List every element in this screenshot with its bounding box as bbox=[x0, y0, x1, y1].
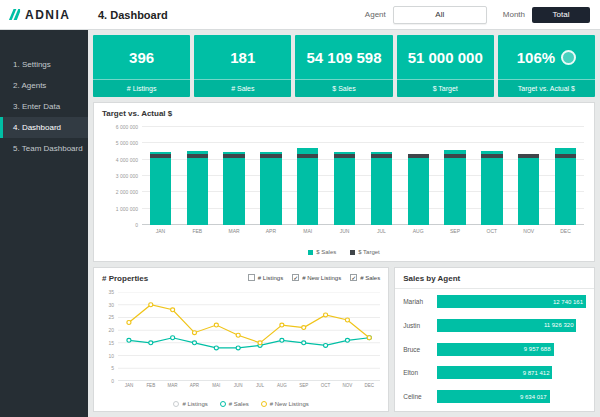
legend-item: # Listings bbox=[173, 401, 207, 407]
sales-bar bbox=[481, 151, 502, 225]
properties-xlabels: JANFEBMARAPRMAIJUNJULAUGSEPOCTNOVDEC bbox=[118, 383, 380, 391]
target-marker bbox=[444, 154, 465, 158]
y-tick-label: 20 bbox=[108, 327, 114, 333]
target-xlabels: JANFEBMARAPRMAIJUNJULAUGSEPOCTNOVDEC bbox=[142, 228, 584, 237]
sidebar-item-settings[interactable]: 1. Settings bbox=[0, 54, 88, 75]
x-tick-label: AUG bbox=[400, 228, 437, 237]
bar-column bbox=[437, 127, 474, 225]
legend-item: # New Listings bbox=[261, 401, 309, 407]
y-tick-label: 0 bbox=[111, 378, 114, 384]
y-tick-label: 35 bbox=[108, 289, 114, 295]
divider bbox=[395, 288, 594, 289]
kpi-card-target-vs-actual: 106% Target vs. Actual $ bbox=[498, 35, 595, 97]
agent-sales-value: 9 634 017 bbox=[520, 394, 547, 400]
x-tick-label: DEC bbox=[358, 383, 380, 391]
sales-bar bbox=[555, 148, 576, 225]
kpi-value: 396 bbox=[93, 35, 190, 79]
kpi-value: 51 000 000 bbox=[397, 35, 494, 79]
sales-bar bbox=[518, 154, 539, 225]
checkbox-label: # Listings bbox=[258, 275, 283, 281]
properties-checkboxes: # Listings✓# New Listings✓# Sales bbox=[248, 274, 380, 281]
bottom-row: # Properties # Listings✓# New Listings✓#… bbox=[93, 267, 595, 412]
kpi-row: 396 # Listings 181 # Sales 54 109 598 $ … bbox=[93, 35, 595, 97]
content-area: 396 # Listings 181 # Sales 54 109 598 $ … bbox=[88, 30, 600, 417]
y-tick-label: 10 bbox=[108, 353, 114, 359]
bar-column bbox=[510, 127, 547, 225]
series-checkbox[interactable]: ✓# New Listings bbox=[292, 274, 341, 281]
y-tick-label: 3 000 000 bbox=[116, 173, 138, 179]
sidebar-item-enter-data[interactable]: 3. Enter Data bbox=[0, 96, 88, 117]
agent-row: Celine9 634 017 bbox=[403, 390, 586, 403]
target-legend: $ Sales$ Target bbox=[94, 249, 594, 255]
agent-row: Mariah12 740 161 bbox=[403, 295, 586, 308]
kpi-card-listings: 396 # Listings bbox=[93, 35, 190, 97]
agent-rows: Mariah12 740 161Justin11 926 320Bruce9 9… bbox=[403, 295, 586, 403]
app-window: ADNIA 4. Dashboard Agent All Month Total… bbox=[0, 0, 600, 417]
agent-bar-area: 9 634 017 bbox=[437, 390, 586, 403]
agent-sales-bar: 9 871 412 bbox=[437, 366, 552, 379]
sales-bar bbox=[150, 152, 171, 225]
month-select[interactable]: Total bbox=[532, 7, 590, 23]
sales-bar bbox=[444, 150, 465, 225]
y-tick-label: 2 000 000 bbox=[116, 189, 138, 195]
agent-select[interactable]: All bbox=[393, 6, 487, 24]
checkbox-icon bbox=[248, 274, 255, 281]
sales-bar bbox=[297, 148, 318, 225]
legend-label: $ Target bbox=[358, 249, 380, 255]
x-tick-label: JAN bbox=[118, 383, 140, 391]
target-marker bbox=[334, 154, 355, 158]
kpi-card-sales-amount: 54 109 598 $ Sales bbox=[295, 35, 392, 97]
sidebar-item-dashboard[interactable]: 4. Dashboard bbox=[0, 117, 88, 138]
target-marker bbox=[150, 154, 171, 158]
agent-name: Mariah bbox=[403, 298, 437, 305]
x-tick-label: NOV bbox=[510, 228, 547, 237]
agent-bar-area: 12 740 161 bbox=[437, 295, 586, 308]
chart-title: Sales by Agent bbox=[403, 274, 460, 283]
x-tick-label: MAR bbox=[162, 383, 184, 391]
sidebar-item-agents[interactable]: 2. Agents bbox=[0, 75, 88, 96]
bar-column bbox=[363, 127, 400, 225]
bar-column bbox=[473, 127, 510, 225]
x-tick-label: JAN bbox=[142, 228, 179, 237]
sales-bar bbox=[223, 152, 244, 226]
kpi-value: 106% bbox=[498, 35, 595, 79]
bar-column bbox=[179, 127, 216, 225]
legend-item: # Sales bbox=[220, 401, 249, 407]
x-tick-label: FEB bbox=[179, 228, 216, 237]
properties-legend: # Listings# Sales# New Listings bbox=[94, 401, 388, 407]
adnia-logo-icon bbox=[8, 8, 21, 21]
agent-name: Bruce bbox=[403, 346, 437, 353]
bar-column bbox=[216, 127, 253, 225]
properties-ylabels: 05101520253035 bbox=[98, 292, 114, 381]
chart-title: Target vs. Actual $ bbox=[102, 109, 172, 118]
legend-swatch bbox=[308, 250, 313, 255]
sidebar-item-team-dashboard[interactable]: 5. Team Dashboard bbox=[0, 138, 88, 159]
agent-sales-bar: 9 957 688 bbox=[437, 343, 553, 356]
x-tick-label: MAI bbox=[205, 383, 227, 391]
agent-sales-bar: 12 740 161 bbox=[437, 295, 586, 308]
series-checkbox[interactable]: # Listings bbox=[248, 274, 283, 281]
agent-name: Elton bbox=[403, 369, 437, 376]
y-tick-label: 5 bbox=[111, 365, 114, 371]
checkbox-icon: ✓ bbox=[292, 274, 299, 281]
sales-by-agent-chart: Sales by Agent Mariah12 740 161Justin11 … bbox=[394, 267, 595, 412]
properties-plot bbox=[118, 292, 380, 381]
month-filter-label: Month bbox=[503, 10, 525, 19]
kpi-percent: 106% bbox=[517, 49, 555, 66]
x-tick-label: JUL bbox=[363, 228, 400, 237]
target-marker bbox=[408, 154, 429, 158]
agent-row: Elton9 871 412 bbox=[403, 366, 586, 379]
y-tick-label: 6 000 000 bbox=[116, 124, 138, 130]
sales-bar bbox=[408, 154, 429, 225]
x-tick-label: JUL bbox=[249, 383, 271, 391]
legend-item: $ Target bbox=[350, 249, 380, 255]
bar-column bbox=[289, 127, 326, 225]
series-checkbox[interactable]: ✓# Sales bbox=[350, 274, 380, 281]
kpi-label: Target vs. Actual $ bbox=[498, 79, 595, 97]
legend-label: # Sales bbox=[229, 401, 249, 407]
kpi-card-sales-count: 181 # Sales bbox=[194, 35, 291, 97]
y-tick-label: 0 bbox=[135, 222, 138, 228]
brand-logo: ADNIA bbox=[0, 8, 88, 22]
status-ring-icon bbox=[561, 50, 576, 65]
target-marker bbox=[297, 154, 318, 158]
